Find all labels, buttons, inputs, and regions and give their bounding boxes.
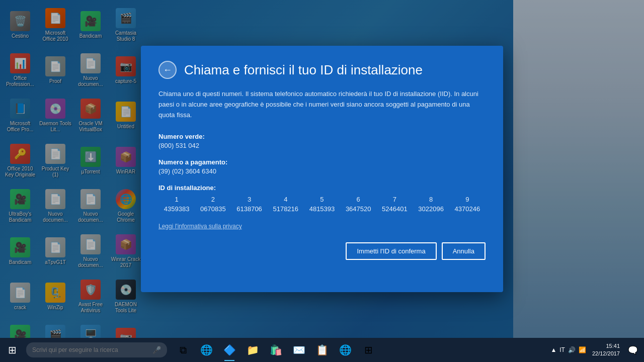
back-arrow-icon: ← [163, 65, 172, 74]
id-value-3: 6138706 [231, 205, 267, 213]
numero-verde-label: Numero verde: [158, 133, 486, 140]
confirm-id-button[interactable]: Immetti l'ID di conferma [346, 242, 436, 260]
windows-icon: ⊞ [8, 344, 17, 356]
mail-icon: ✉️ [293, 344, 305, 356]
id-col-header-2: 2 [195, 196, 231, 203]
id-grid: 123456789 435938306708356138706517821648… [158, 196, 486, 213]
taskbar-right: ▲ IT 🔊 📶 15:41 22/12/2017 🗨️ [550, 342, 644, 358]
modal-header: ← Chiama e fornisci il tuo ID di install… [158, 61, 486, 79]
id-column-headers: 123456789 [158, 196, 486, 203]
volume-icon[interactable]: 🔊 [568, 346, 576, 353]
id-value-row: 4359383067083561387065178216481539336475… [158, 205, 486, 213]
numero-pagamento-section: Numero a pagamento: (39) (02) 3604 6340 [158, 158, 486, 175]
desktop: 🗑️ Cestino 📄 Microsoft Office 2010 🎥 Ban… [0, 0, 644, 338]
search-box[interactable]: 🎤 [26, 342, 167, 357]
modal-overlay: ← Chiama e fornisci il tuo ID di install… [0, 0, 644, 338]
clipboard-icon: 📋 [316, 344, 329, 356]
id-value-2: 0670835 [195, 205, 231, 213]
notification-icon[interactable]: 🗨️ [626, 343, 640, 357]
network-tray-icon[interactable]: 📶 [579, 346, 586, 353]
taskbar-network[interactable]: 🌐 [334, 338, 356, 362]
system-tray: ▲ IT 🔊 📶 [550, 346, 586, 353]
id-installazione-section: ID di installazione: 123456789 435938306… [158, 184, 486, 213]
id-col-header-9: 9 [449, 196, 486, 203]
network-icon: 🌐 [339, 344, 352, 356]
id-col-header-4: 4 [268, 196, 304, 203]
taskbar-win[interactable]: ⊞ [357, 338, 379, 362]
id-value-1: 4359383 [158, 205, 195, 213]
id-value-6: 3647520 [340, 205, 376, 213]
win-icon: ⊞ [364, 344, 373, 356]
up-arrow-icon[interactable]: ▲ [550, 346, 556, 353]
search-input[interactable] [32, 346, 143, 353]
privacy-link[interactable]: Leggi l'informativa sulla privacy [158, 223, 486, 230]
active-underline [224, 360, 234, 361]
id-installazione-label: ID di installazione: [158, 184, 486, 192]
explorer-icon: 📁 [247, 344, 259, 356]
taskbar-store[interactable]: 🛍️ [265, 338, 287, 362]
taskbar-edge[interactable]: 🔷 [218, 338, 240, 362]
id-col-header-5: 5 [304, 196, 340, 203]
id-value-9: 4370246 [449, 205, 486, 213]
numero-pagamento-value: (39) (02) 3604 6340 [158, 167, 486, 175]
clock-time: 15:41 [592, 342, 620, 350]
id-col-header-7: 7 [376, 196, 413, 203]
modal-title: Chiama e fornisci il tuo ID di installaz… [184, 62, 423, 78]
id-value-7: 5246401 [376, 205, 413, 213]
activation-dialog: ← Chiama e fornisci il tuo ID di install… [141, 46, 503, 292]
taskbar-clipboard[interactable]: 📋 [311, 338, 333, 362]
store-icon: 🛍️ [270, 344, 282, 356]
id-value-4: 5178216 [268, 205, 304, 213]
taskbar-ie[interactable]: 🌐 [195, 338, 217, 362]
edge-icon: 🔷 [223, 344, 236, 356]
cancel-button[interactable]: Annulla [442, 242, 486, 260]
modal-description: Chiama uno di questi numeri. Il sistema … [158, 89, 486, 120]
ie-icon: 🌐 [200, 344, 213, 356]
id-col-header-3: 3 [231, 196, 267, 203]
id-value-8: 3022096 [413, 205, 449, 213]
id-col-header-1: 1 [158, 196, 195, 203]
start-button[interactable]: ⊞ [0, 338, 24, 362]
id-col-header-8: 8 [413, 196, 449, 203]
language-icon: IT [559, 346, 565, 353]
microphone-icon: 🎤 [152, 346, 161, 354]
taskbar-task-view[interactable]: ⧉ [172, 338, 194, 362]
numero-pagamento-label: Numero a pagamento: [158, 158, 486, 166]
numero-verde-value: (800) 531 042 [158, 142, 486, 149]
task-view-icon: ⧉ [180, 344, 187, 356]
taskbar-app-icons: ⧉ 🌐 🔷 📁 🛍️ ✉️ 📋 🌐 ⊞ [172, 338, 379, 362]
numero-verde-section: Numero verde: (800) 531 042 [158, 133, 486, 149]
id-col-header-6: 6 [340, 196, 376, 203]
back-button[interactable]: ← [158, 61, 177, 79]
taskbar-mail[interactable]: ✉️ [288, 338, 310, 362]
taskbar: ⊞ 🎤 ⧉ 🌐 🔷 📁 🛍️ ✉️ 📋 🌐 ⊞ [0, 338, 644, 362]
taskbar-explorer[interactable]: 📁 [242, 338, 264, 362]
clock[interactable]: 15:41 22/12/2017 [588, 342, 624, 358]
modal-footer: Immetti l'ID di conferma Annulla [158, 242, 486, 260]
clock-date: 22/12/2017 [592, 350, 620, 357]
id-value-5: 4815393 [304, 205, 340, 213]
